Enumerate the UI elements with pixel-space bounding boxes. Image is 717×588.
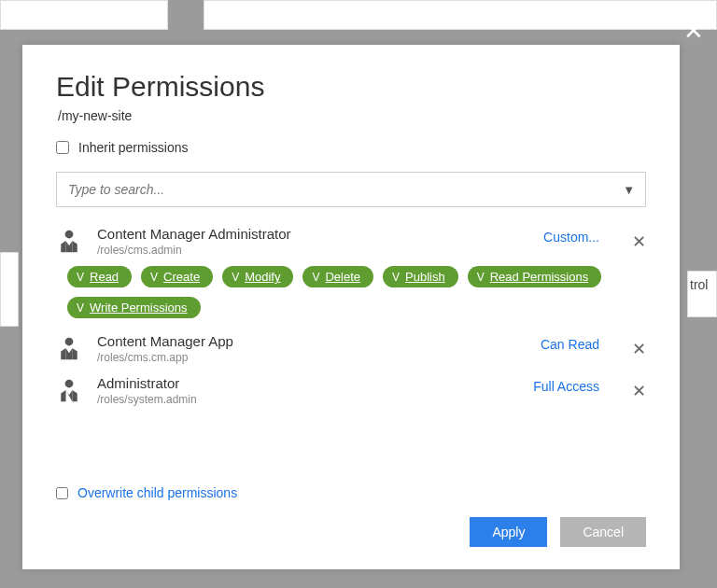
search-box: ▼ bbox=[56, 172, 646, 207]
entry-name: Content Manager Administrator bbox=[97, 226, 530, 243]
permission-entry: Content Manager App /roles/cms.cm.app Ca… bbox=[56, 333, 646, 364]
overwrite-row[interactable]: Overwrite child permissions bbox=[56, 485, 646, 500]
entry-path: /roles/system.admin bbox=[97, 393, 520, 406]
perm-pill-publish[interactable]: VPublish bbox=[383, 266, 458, 287]
overwrite-label: Overwrite child permissions bbox=[77, 485, 237, 500]
permission-entry: Content Manager Administrator /roles/cms… bbox=[56, 226, 646, 257]
user-icon bbox=[56, 335, 84, 361]
inherit-permissions-checkbox[interactable] bbox=[56, 141, 69, 154]
user-icon bbox=[56, 377, 84, 403]
entry-access-dropdown[interactable]: Can Read bbox=[541, 337, 599, 352]
svg-point-2 bbox=[65, 380, 74, 388]
overwrite-checkbox[interactable] bbox=[56, 487, 68, 499]
perm-pill-create[interactable]: VCreate bbox=[141, 266, 213, 287]
user-icon bbox=[56, 228, 84, 254]
entry-name: Content Manager App bbox=[97, 333, 527, 350]
entry-path: /roles/cms.cm.app bbox=[97, 351, 527, 364]
remove-icon[interactable]: ✕ bbox=[632, 339, 646, 359]
edit-permissions-dialog: Edit Permissions /my-new-site Inherit pe… bbox=[22, 45, 680, 569]
entry-access-dropdown[interactable]: Custom... bbox=[543, 230, 599, 245]
entry-name: Administrator bbox=[97, 375, 520, 392]
perm-pill-read[interactable]: VRead bbox=[67, 266, 132, 287]
search-input[interactable] bbox=[56, 172, 646, 207]
inherit-permissions-row[interactable]: Inherit permissions bbox=[56, 140, 646, 155]
perm-pill-delete[interactable]: VDelete bbox=[302, 266, 373, 287]
apply-button[interactable]: Apply bbox=[470, 517, 547, 547]
dialog-buttons: Apply Cancel bbox=[56, 517, 646, 547]
entry-access-dropdown[interactable]: Full Access bbox=[533, 379, 599, 394]
permission-pills: VRead VCreate VModify VDelete VPublish V… bbox=[67, 266, 646, 318]
perm-pill-modify[interactable]: VModify bbox=[222, 266, 293, 287]
entry-path: /roles/cms.admin bbox=[97, 244, 530, 257]
dialog-path: /my-new-site bbox=[58, 108, 646, 123]
permission-entry: Administrator /roles/system.admin Full A… bbox=[56, 375, 646, 406]
remove-icon[interactable]: ✕ bbox=[632, 381, 646, 401]
perm-pill-read-permissions[interactable]: VRead Permissions bbox=[468, 266, 602, 287]
cancel-button[interactable]: Cancel bbox=[560, 517, 646, 547]
close-icon[interactable]: ✕ bbox=[683, 17, 704, 46]
perm-pill-write-permissions[interactable]: VWrite Permissions bbox=[67, 297, 201, 318]
dialog-title: Edit Permissions bbox=[56, 71, 646, 103]
dropdown-icon[interactable]: ▼ bbox=[623, 183, 635, 197]
svg-point-1 bbox=[65, 338, 74, 346]
svg-point-0 bbox=[65, 231, 74, 239]
inherit-permissions-label: Inherit permissions bbox=[78, 140, 189, 155]
entries-list: Content Manager Administrator /roles/cms… bbox=[56, 226, 646, 485]
remove-icon[interactable]: ✕ bbox=[632, 231, 646, 252]
